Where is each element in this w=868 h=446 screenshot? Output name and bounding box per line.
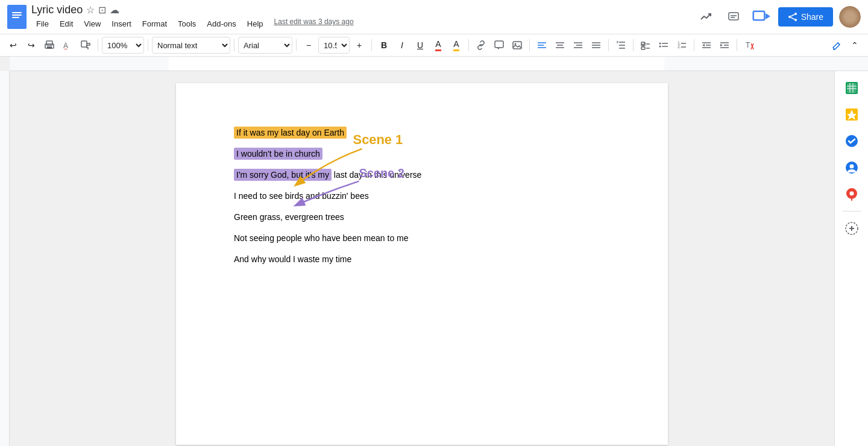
menu-view[interactable]: View — [79, 17, 105, 30]
svg-rect-21 — [495, 41, 503, 48]
divider-7 — [529, 39, 530, 51]
style-select[interactable]: Normal text Heading 1 Heading 2 — [152, 37, 230, 54]
ruler — [10, 57, 868, 71]
expand-button[interactable]: ⌃ — [846, 37, 863, 54]
present-icon[interactable] — [750, 6, 772, 28]
main-area: Scene 1 Scene 2 — [0, 71, 868, 446]
svg-rect-8 — [754, 12, 764, 19]
menu-bar: File Edit View Insert Format Tools Add-o… — [31, 17, 690, 30]
line-7[interactable]: And why would I waste my time — [234, 253, 610, 266]
increase-indent-button[interactable] — [716, 37, 733, 54]
menu-help[interactable]: Help — [242, 17, 268, 30]
line-4[interactable]: I need to see birds and buzzin' bees — [234, 190, 610, 203]
trending-icon[interactable] — [695, 6, 717, 28]
top-right: Share — [695, 6, 861, 28]
align-justify-button[interactable] — [588, 37, 605, 54]
line-2[interactable]: I wouldn't be in church — [234, 148, 610, 160]
align-left-button[interactable] — [533, 37, 550, 54]
line7-text: And why would I waste my time — [234, 254, 351, 264]
bullet-list-button[interactable] — [655, 37, 672, 54]
print-button[interactable] — [41, 37, 58, 54]
sidebar-contacts-icon[interactable] — [840, 155, 864, 180]
right-sidebar — [834, 71, 868, 446]
align-center-button[interactable] — [552, 37, 568, 54]
menu-format[interactable]: Format — [137, 17, 172, 30]
font-size-select[interactable]: 10.5 11 12 — [318, 37, 350, 54]
svg-rect-2 — [12, 14, 22, 16]
cloud-icon[interactable]: ☁ — [110, 4, 119, 16]
menu-tools[interactable]: Tools — [173, 17, 201, 30]
sidebar-maps-icon[interactable] — [840, 182, 864, 206]
star-icon[interactable]: ☆ — [86, 4, 95, 16]
text-color-button[interactable]: A — [430, 37, 447, 54]
divider-10 — [694, 39, 694, 51]
svg-point-76 — [849, 192, 854, 196]
svg-line-63 — [838, 43, 840, 45]
svg-rect-66 — [847, 83, 857, 93]
line-1[interactable]: If it was my last day on Earth — [234, 127, 610, 139]
menu-file[interactable]: File — [31, 17, 54, 30]
svg-rect-42 — [641, 47, 645, 49]
sidebar-tasks-icon[interactable] — [840, 129, 864, 153]
last-edit[interactable]: Last edit was 3 days ago — [274, 17, 354, 30]
zoom-select[interactable]: 100% — [102, 37, 144, 54]
menu-addons[interactable]: Add-ons — [202, 17, 241, 30]
spell-check-button[interactable]: A ̲ — [59, 37, 76, 54]
edit-mode-button[interactable] — [828, 37, 845, 54]
doc-icon — [7, 5, 27, 29]
svg-marker-9 — [766, 13, 770, 19]
number-list-button[interactable]: 1. 2. — [673, 37, 690, 54]
image-button[interactable] — [509, 37, 526, 54]
checklist-button[interactable] — [637, 37, 654, 54]
svg-rect-4 — [729, 13, 738, 20]
sidebar-sheets-icon[interactable] — [840, 76, 864, 100]
link-button[interactable] — [473, 37, 489, 54]
chat-icon[interactable] — [723, 6, 744, 28]
move-icon[interactable]: ⊡ — [98, 4, 106, 16]
svg-marker-53 — [702, 44, 705, 46]
document-page: Scene 1 Scene 2 — [176, 83, 668, 445]
font-select[interactable]: Arial Times New Roman — [238, 37, 292, 54]
decrease-indent-button[interactable] — [698, 37, 715, 54]
sidebar-keep-icon[interactable] — [840, 102, 864, 127]
ruler-inner — [10, 57, 868, 71]
svg-point-46 — [659, 46, 661, 48]
svg-point-10 — [788, 16, 791, 18]
menu-insert[interactable]: Insert — [107, 17, 136, 30]
align-right-button[interactable] — [570, 37, 587, 54]
underline-button[interactable]: U — [412, 37, 429, 54]
comment-button[interactable] — [491, 37, 508, 54]
bold-button[interactable]: B — [376, 37, 392, 54]
line-5[interactable]: Green grass, evergreen trees — [234, 211, 610, 224]
divider-2 — [148, 39, 148, 51]
svg-rect-1 — [12, 12, 22, 13]
line-spacing-button[interactable] — [612, 37, 629, 54]
svg-point-44 — [659, 43, 661, 45]
svg-line-14 — [791, 17, 794, 19]
share-label: Share — [801, 12, 823, 22]
svg-rect-20 — [81, 41, 87, 47]
avatar[interactable] — [839, 6, 861, 28]
menu-edit[interactable]: Edit — [55, 17, 78, 30]
increase-font-button[interactable]: + — [351, 37, 368, 54]
divider-3 — [234, 39, 234, 51]
paint-format-button[interactable] — [77, 37, 94, 54]
doc-title[interactable]: Lyric video — [31, 4, 83, 16]
line-6[interactable]: Not seeing people who have been mean to … — [234, 232, 610, 245]
line2-text: I wouldn't be in church — [234, 148, 322, 160]
italic-button[interactable]: I — [394, 37, 410, 54]
decrease-font-button[interactable]: − — [300, 37, 317, 54]
document-area[interactable]: Scene 1 Scene 2 — [10, 71, 834, 446]
svg-line-13 — [791, 14, 794, 16]
line-3[interactable]: I'm sorry God, but it's my last day in t… — [234, 169, 610, 181]
clear-format-button[interactable]: T — [741, 37, 758, 54]
divider-8 — [608, 39, 609, 51]
highlight-color-button[interactable]: A — [448, 37, 465, 54]
sidebar-add-icon[interactable] — [840, 216, 864, 240]
divider-1 — [98, 39, 98, 51]
redo-button[interactable]: ↪ — [23, 37, 40, 54]
divider-6 — [468, 39, 469, 51]
undo-button[interactable]: ↩ — [5, 37, 22, 54]
svg-marker-57 — [720, 44, 723, 46]
share-button[interactable]: Share — [778, 7, 833, 27]
